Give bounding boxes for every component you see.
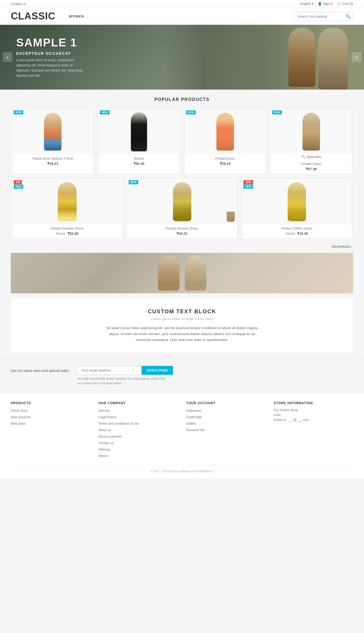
custom-block-subtitle: Lorem ipsum dolor sit amet conse ctetu (27, 317, 337, 321)
search-button[interactable]: 🔍 (343, 12, 353, 21)
product-image-7: -20% NEW (242, 179, 352, 224)
newsletter-note: You may unsubscribe at any moment. For t… (77, 376, 166, 385)
contact-link[interactable]: Contact us (11, 2, 26, 6)
newsletter-form: SUBSCRIBE You may unsubscribe at any mom… (77, 366, 173, 385)
all-products-anchor[interactable]: All products › (332, 244, 352, 249)
badge-new-7: NEW (243, 185, 253, 189)
contact-us-link[interactable]: Contact us (11, 2, 26, 6)
product-figure-2 (131, 112, 147, 151)
badge-new-3: NEW (186, 110, 196, 114)
hero-figure-1 (288, 28, 315, 87)
product-price-5: ₹34.31 ₹32.60 (12, 231, 122, 238)
badge-sale-7: -20% (243, 180, 253, 184)
banner-2 (11, 253, 353, 293)
hero-figures (288, 28, 348, 90)
badge-sale-5: -5% (14, 180, 22, 184)
popular-products-section: POPULAR PRODUCTS NEW Faded Short Sleeves… (0, 90, 364, 253)
newsletter-subscribe-button[interactable]: SUBSCRIBE (142, 366, 173, 375)
footer-link-personal-info[interactable]: Personal info (186, 428, 266, 433)
hero-image: SAMPLE 1 EXCEPTEUR OCCAECAT Lorem ipsum … (0, 25, 364, 90)
footer-col-account-title: YOUR ACCOUNT (186, 401, 266, 405)
banner-figure-1 (158, 256, 179, 291)
product-image-2: NEW (98, 109, 179, 155)
hero-banner: SAMPLE 1 EXCEPTEUR OCCAECAT Lorem ipsum … (0, 25, 364, 90)
footer-link-addresses[interactable]: Addresses (186, 408, 266, 413)
product-figure-3 (216, 113, 234, 151)
newsletter-input-row: SUBSCRIBE (77, 366, 173, 375)
footer-link-legal-notice[interactable]: Legal Notice (98, 415, 178, 420)
footer-col-company-title: OUR COMPANY (98, 401, 178, 405)
product-card-3: NEW Printed Dress ₹29.24 (184, 108, 266, 174)
product-card-5: -5% NEW Printed Summer Dress ₹34.31 ₹32.… (12, 178, 123, 239)
chevron-down-icon: ▾ (312, 2, 314, 6)
store-country: India (274, 413, 353, 417)
product-price-7: ₹23.06 ₹18.45 (242, 231, 352, 238)
footer-link-stores[interactable]: Stores (98, 454, 178, 458)
badge-new-6: NEW (129, 180, 138, 184)
footer-col-products: PRODUCTS Prices drop New products Best s… (11, 401, 90, 460)
search-icon-quick: 🔍 (301, 155, 305, 158)
search-bar: 🔍 (294, 12, 353, 21)
quick-view-overlay[interactable]: 🔍 Quick view (271, 154, 352, 160)
product-price-2: ₹30.36 (98, 161, 179, 168)
product-card-6: NEW Printed Summer Dress ₹34.31 (127, 178, 237, 239)
language-label: English (300, 2, 311, 6)
badge-new-1: NEW (14, 110, 23, 114)
newsletter-label: Get our latest news and special sales (11, 366, 69, 373)
product-card-1: NEW Faded Short Sleeves T-Shirt ₹18.57 (12, 108, 94, 174)
custom-block-text: Sit amet conse ctetur adipisicing elit, … (104, 325, 260, 343)
footer-col-products-title: PRODUCTS (11, 401, 90, 405)
footer-col-company: OUR COMPANY Delivery Legal Notice Terms … (98, 401, 178, 460)
store-email: Email us: ___@___.com (274, 418, 353, 422)
product-name-6: Printed Summer Dress (127, 224, 237, 231)
footer-link-new-products[interactable]: New products (11, 415, 90, 420)
hero-prev-button[interactable]: ‹ (3, 52, 12, 62)
product-figure-6 (173, 182, 191, 221)
footer-link-secure-payment[interactable]: Secure payment (98, 434, 178, 439)
sign-in-link[interactable]: 👤 Sign in (318, 2, 333, 6)
banner-figure-2 (185, 256, 206, 291)
footer-link-best-sales[interactable]: Best sales (11, 421, 90, 426)
banner-2-bg (11, 253, 353, 293)
product-name-3: Printed Dress (185, 155, 266, 161)
custom-block-title: CUSTOM TEXT BLOCK (27, 308, 337, 315)
logo: CLASSIC (11, 11, 55, 22)
product-name-1: Faded Short Sleeves T-Shirt (12, 155, 93, 161)
product-figure-5 (58, 182, 77, 221)
top-bar-right: English ▾ 👤 Sign in 🛒 Cart (0) (300, 2, 353, 6)
product-image-5: -5% NEW (12, 179, 122, 224)
hero-description: Lorem ipsum dolor sit amet, consectetur … (16, 58, 86, 79)
product-name-2: Blouse (98, 155, 179, 161)
cart-link[interactable]: 🛒 Cart (0) (337, 2, 353, 6)
store-name: Our Online Shop (274, 408, 353, 412)
footer-link-terms[interactable]: Terms and conditions of use (98, 421, 178, 426)
footer-link-orders[interactable]: Orders (186, 421, 266, 426)
copyright: © 2017 - Ecommerce software by PrestaSho… (150, 469, 214, 473)
footer-link-sitemap[interactable]: Sitemap (98, 447, 178, 452)
footer-link-about-us[interactable]: About us (98, 428, 178, 433)
language-selector[interactable]: English ▾ (300, 2, 313, 6)
footer-link-credit-slips[interactable]: Credit slips (186, 415, 266, 420)
product-card-4: NEW 🔍 Quick view Printed Dress ₹57.36 (270, 108, 352, 174)
product-name-7: Printed Chiffon Dress (242, 224, 352, 231)
footer-link-prices-drop[interactable]: Prices drop (11, 408, 90, 413)
products-row-1: NEW Faded Short Sleeves T-Shirt ₹18.57 N… (11, 107, 353, 175)
hero-background-figures (164, 25, 364, 90)
footer-link-contact-us[interactable]: Contact us (98, 441, 178, 445)
footer-link-delivery[interactable]: Delivery (98, 408, 178, 413)
hero-next-button[interactable]: › (352, 52, 361, 62)
search-input[interactable] (295, 13, 343, 20)
all-products-link[interactable]: All products › (0, 242, 364, 253)
badge-new-4: NEW (272, 110, 282, 114)
products-row-2: -5% NEW Printed Summer Dress ₹34.31 ₹32.… (11, 177, 353, 240)
product-image-3: NEW (185, 109, 266, 155)
hero-content: SAMPLE 1 EXCEPTEUR OCCAECAT Lorem ipsum … (0, 28, 103, 87)
product-name-5: Printed Summer Dress (12, 224, 122, 231)
product-name-4: Printed Dress (271, 160, 352, 166)
user-icon: 👤 (318, 2, 322, 6)
product-price-4: ₹57.36 (271, 166, 352, 174)
badge-new-2: NEW (100, 110, 109, 114)
product-card-7: -20% NEW Printed Chiffon Dress ₹23.06 ₹1… (241, 178, 352, 239)
newsletter-email-input[interactable] (77, 366, 142, 375)
nav-item-women[interactable]: WOMEN (66, 13, 87, 20)
